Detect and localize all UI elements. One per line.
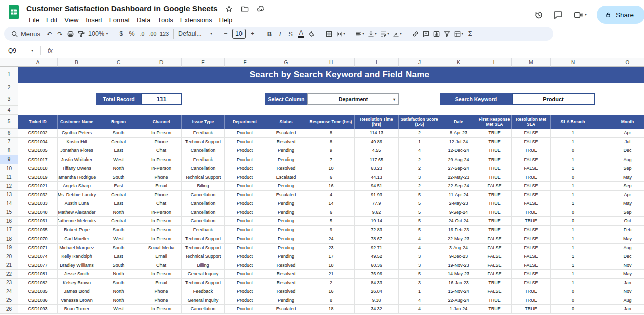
cell-resolution-sla[interactable]: FALSE <box>512 129 551 138</box>
cell-date[interactable]: 14-May-23 <box>440 270 477 279</box>
cell-customer-name[interactable]: Tiffany Owens <box>58 164 96 173</box>
cell-resolution-sla[interactable]: TRUE <box>512 296 551 305</box>
cell-ticket-id[interactable]: CSD1093 <box>18 305 58 314</box>
cell-channel[interactable]: In-Person <box>141 164 182 173</box>
cell-sla-breach[interactable]: 1 <box>551 261 595 270</box>
row-header[interactable]: 4 <box>0 106 18 115</box>
cell-first-response-sla[interactable]: TRUE <box>477 191 512 200</box>
table-header-cell[interactable]: Region <box>96 115 141 129</box>
cell-status[interactable]: Resolved <box>265 138 307 147</box>
cell-date[interactable]: 16-Jan-23 <box>440 279 477 288</box>
cell-issue-type[interactable]: Billing <box>182 261 225 270</box>
cell-ticket-id[interactable]: CSD1018 <box>18 164 58 173</box>
font-select[interactable]: Defaul... ▾ <box>177 28 214 40</box>
cell-month[interactable]: Jul <box>595 138 644 147</box>
cell-region[interactable]: West <box>96 305 141 314</box>
cell-issue-type[interactable]: Technical Support <box>182 234 225 244</box>
cell-response-time[interactable]: 24 <box>307 234 355 244</box>
cell-region[interactable]: East <box>96 199 141 208</box>
row-header[interactable]: 7 <box>0 138 18 147</box>
row-header[interactable]: 16 <box>0 217 18 226</box>
cell-ticket-id[interactable]: CSD1017 <box>18 155 58 165</box>
row-header[interactable]: 5 <box>0 115 18 129</box>
cell-month[interactable]: Aug <box>595 155 644 165</box>
cell-region[interactable]: West <box>96 234 141 244</box>
cell-month[interactable]: Feb <box>595 226 644 235</box>
cell-response-time[interactable]: 5 <box>307 217 355 226</box>
table-header-cell[interactable]: Issue Type <box>182 115 225 129</box>
row-header[interactable]: 13 <box>0 191 18 200</box>
cell-first-response-sla[interactable]: FALSE <box>477 287 512 296</box>
cell-status[interactable]: Pending <box>265 208 307 217</box>
row-header[interactable]: 9 <box>0 155 18 165</box>
cell-issue-type[interactable]: Feedback <box>182 226 225 235</box>
cell-month[interactable]: Apr <box>595 129 644 138</box>
document-title[interactable]: Customer Satisfaction Dashboard in Googl… <box>24 4 220 13</box>
bold-button[interactable]: B <box>264 28 275 40</box>
cell-department[interactable]: Product <box>225 199 265 208</box>
cell-month[interactable]: Aug <box>595 296 644 305</box>
cell-status[interactable]: Pending <box>265 182 307 191</box>
select-column-dropdown[interactable]: Department ▾ <box>307 93 399 105</box>
cell-date[interactable]: 12-Jul-24 <box>440 138 477 147</box>
cell-ticket-id[interactable]: CSD1048 <box>18 208 58 217</box>
cell-response-time[interactable]: 7 <box>307 155 355 165</box>
cell-issue-type[interactable]: Feedback <box>182 287 225 296</box>
cell-satisfaction-score[interactable]: 4 <box>399 296 440 305</box>
cell-ticket-id[interactable]: CSD1085 <box>18 287 58 296</box>
cell-issue-type[interactable]: Feedback <box>182 129 225 138</box>
cell-ticket-id[interactable]: CSD1002 <box>18 129 58 138</box>
cell-issue-type[interactable]: General Inquiry <box>182 296 225 305</box>
cell-department[interactable]: Product <box>225 208 265 217</box>
cell-region[interactable]: South <box>96 261 141 270</box>
cell-issue-type[interactable]: Cancellation <box>182 191 225 200</box>
cell-channel[interactable]: In-Person <box>141 305 182 314</box>
cell-resolution-time[interactable]: 9.62 <box>355 208 399 217</box>
cell-sla-breach[interactable]: 1 <box>551 279 595 288</box>
cell-sla-breach[interactable]: 0 <box>551 208 595 217</box>
cell-channel[interactable]: Email <box>141 279 182 288</box>
column-header[interactable]: J <box>399 58 440 67</box>
cell-first-response-sla[interactable]: FALSE <box>477 234 512 244</box>
cell-sla-breach[interactable]: 1 <box>551 199 595 208</box>
cell-channel[interactable]: In-Person <box>141 208 182 217</box>
cell-status[interactable]: Escalated <box>265 191 307 200</box>
cell-date[interactable]: 12-Dec-24 <box>440 146 477 155</box>
cell-ticket-id[interactable]: CSD1070 <box>18 234 58 244</box>
row-header[interactable]: 24 <box>0 287 18 296</box>
cell-first-response-sla[interactable]: TRUE <box>477 146 512 155</box>
cell-response-time[interactable]: 10 <box>307 164 355 173</box>
share-button[interactable]: Share <box>597 6 644 24</box>
cell-resolution-sla[interactable]: TRUE <box>512 305 551 314</box>
column-header[interactable]: N <box>551 58 595 67</box>
cell-first-response-sla[interactable]: TRUE <box>477 199 512 208</box>
insert-chart-button[interactable] <box>431 28 442 40</box>
cell-status[interactable]: Resolved <box>265 279 307 288</box>
cell-department[interactable]: Product <box>225 279 265 288</box>
cell-resolution-time[interactable]: 117.65 <box>355 155 399 165</box>
cell-issue-type[interactable]: Technical Support <box>182 244 225 253</box>
cell-satisfaction-score[interactable]: 5 <box>399 270 440 279</box>
cell-department[interactable]: Product <box>225 234 265 244</box>
cell-issue-type[interactable]: Cancellation <box>182 199 225 208</box>
menu-item[interactable]: Insert <box>82 16 106 24</box>
row-header[interactable]: 11 <box>0 173 18 182</box>
cell-date[interactable]: 9-Sep-24 <box>440 208 477 217</box>
cell-response-time[interactable]: 6 <box>307 208 355 217</box>
cell-issue-type[interactable]: Cancellation <box>182 305 225 314</box>
column-header[interactable]: E <box>182 58 225 67</box>
cell-satisfaction-score[interactable]: 5 <box>399 226 440 235</box>
cell-satisfaction-score[interactable]: 2 <box>399 155 440 165</box>
cell-issue-type[interactable]: Billing <box>182 182 225 191</box>
cell-response-time[interactable]: 8 <box>307 129 355 138</box>
cell-customer-name[interactable]: Jesse Smith <box>58 270 96 279</box>
zoom-select[interactable]: 100% ▾ <box>87 28 109 40</box>
cell-month[interactable]: May <box>595 173 644 182</box>
cell-response-time[interactable]: 23 <box>307 244 355 253</box>
cell-sla-breach[interactable]: 1 <box>551 226 595 235</box>
cell-issue-type[interactable]: Technical Support <box>182 279 225 288</box>
cell-satisfaction-score[interactable]: 5 <box>399 191 440 200</box>
cell-month[interactable]: Apr <box>595 191 644 200</box>
cell-date[interactable]: 1-Jan-24 <box>440 305 477 314</box>
row-header[interactable]: 19 <box>0 244 18 253</box>
